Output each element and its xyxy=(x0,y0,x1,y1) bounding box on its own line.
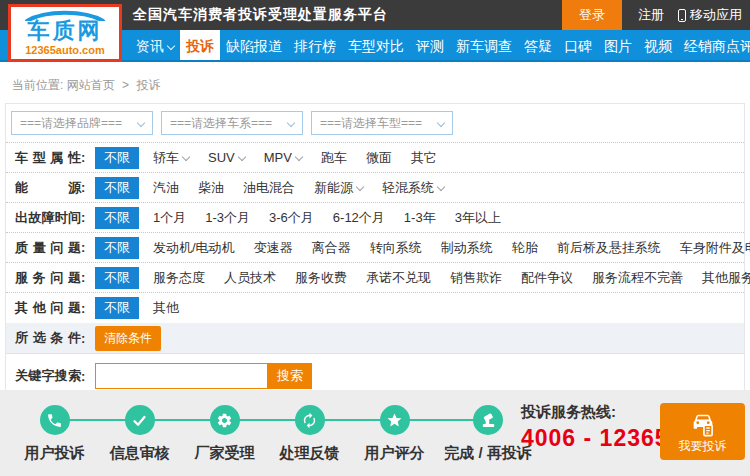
car-complaint-icon xyxy=(689,409,717,437)
process-step-label: 用户评分 xyxy=(365,444,425,463)
filter-option[interactable]: 不限 xyxy=(95,297,139,319)
filter-option[interactable]: 其他服务问题 xyxy=(702,269,750,287)
chevron-down-icon xyxy=(137,119,145,127)
submit-complaint-label: 我要投诉 xyxy=(679,438,727,455)
logo-name: 车质网 xyxy=(28,20,103,42)
login-button[interactable]: 登录 xyxy=(562,0,622,30)
filter-option[interactable]: 跑车 xyxy=(321,149,347,167)
filter-option[interactable]: 轻混系统 xyxy=(382,179,444,197)
filter-option[interactable]: 人员技术 xyxy=(224,269,276,287)
process-step-label: 处理反馈 xyxy=(280,444,340,463)
nav-item[interactable]: 图片 xyxy=(598,30,638,60)
chevron-down-icon xyxy=(356,182,364,190)
nav-item[interactable]: 资讯 xyxy=(130,30,180,60)
keyword-search-input[interactable] xyxy=(95,363,268,389)
nav-item[interactable]: 口碑 xyxy=(558,30,598,60)
filter-option[interactable]: 6-12个月 xyxy=(333,209,385,227)
nav-item[interactable]: 缺陷报道 xyxy=(220,30,288,60)
process-step: 厂家受理 xyxy=(182,405,267,463)
filter-label: 能源: xyxy=(15,179,95,197)
chevron-down-icon xyxy=(287,119,295,127)
chevron-down-icon xyxy=(295,153,303,161)
filter-option[interactable]: 其它 xyxy=(411,149,437,167)
check-icon xyxy=(125,405,155,435)
filter-option[interactable]: 油电混合 xyxy=(243,179,295,197)
filter-option[interactable]: 不限 xyxy=(95,267,139,289)
chevron-down-icon xyxy=(437,182,445,190)
process-step: 信息审核 xyxy=(97,405,182,463)
nav-item[interactable]: 排行榜 xyxy=(288,30,342,60)
nav-item[interactable]: 评测 xyxy=(410,30,450,60)
nav-item[interactable]: 车型对比 xyxy=(342,30,410,60)
filter-option[interactable]: 离合器 xyxy=(312,239,351,257)
filter-panel: ===请选择品牌=== ===请选择车系=== ===请选择车型=== 车型属性… xyxy=(5,103,745,402)
filter-option[interactable]: 不限 xyxy=(95,147,139,169)
series-select[interactable]: ===请选择车系=== xyxy=(161,111,303,135)
filter-option[interactable]: 不限 xyxy=(95,207,139,229)
clear-conditions-button[interactable]: 清除条件 xyxy=(95,326,161,351)
filter-option[interactable]: 车身附件及电器 xyxy=(680,239,750,257)
nav-item[interactable]: 答疑 xyxy=(518,30,558,60)
filter-row: 能源:不限汽油柴油油电混合新能源轻混系统 xyxy=(6,173,744,203)
filter-option[interactable]: 1-3个月 xyxy=(205,209,250,227)
chevron-down-icon xyxy=(237,153,245,161)
brand-select[interactable]: ===请选择品牌=== xyxy=(11,111,153,135)
model-select[interactable]: ===请选择车型=== xyxy=(311,111,453,135)
filter-option[interactable]: 服务流程不完善 xyxy=(592,269,683,287)
filter-option[interactable]: 3年以上 xyxy=(455,209,501,227)
filter-row: 车型属性:不限轿车SUVMPV跑车微面其它 xyxy=(6,143,744,173)
filter-option[interactable]: 发动机/电动机 xyxy=(153,239,235,257)
process-step: 用户评分 xyxy=(352,405,437,463)
filter-option[interactable]: 3-6个月 xyxy=(269,209,314,227)
process-step-label: 信息审核 xyxy=(110,444,170,463)
filter-option[interactable]: 微面 xyxy=(366,149,392,167)
nav-item[interactable]: 经销商点评 xyxy=(678,30,750,60)
nav-item[interactable]: 视频 xyxy=(638,30,678,60)
nav-item[interactable]: 新车调查 xyxy=(450,30,518,60)
filter-option[interactable]: 服务态度 xyxy=(153,269,205,287)
filter-option[interactable]: 轮胎 xyxy=(512,239,538,257)
filter-option[interactable]: 不限 xyxy=(95,237,139,259)
filter-label: 服务问题: xyxy=(15,269,95,287)
filter-option[interactable]: 其他 xyxy=(153,299,179,317)
selected-conditions-row: 所选条件: 清除条件 xyxy=(6,323,744,354)
refresh-icon xyxy=(295,405,325,435)
filter-option[interactable]: 变速器 xyxy=(254,239,293,257)
filter-option[interactable]: 汽油 xyxy=(153,179,179,197)
filter-option[interactable]: 轿车 xyxy=(153,149,189,167)
breadcrumb-prefix: 当前位置: xyxy=(12,78,63,92)
breadcrumb: 当前位置: 网站首页 > 投诉 xyxy=(12,77,750,94)
filter-option[interactable]: 配件争议 xyxy=(521,269,573,287)
filter-option[interactable]: 承诺不兑现 xyxy=(366,269,431,287)
mobile-phone-icon xyxy=(678,9,686,22)
process-step: 处理反馈 xyxy=(267,405,352,463)
phone-icon xyxy=(40,405,70,435)
site-logo[interactable]: 车质网 12365auto.com xyxy=(8,4,122,62)
filter-option[interactable]: 服务收费 xyxy=(295,269,347,287)
filter-option[interactable]: 销售欺诈 xyxy=(450,269,502,287)
filter-option[interactable]: 新能源 xyxy=(314,179,363,197)
filter-option[interactable]: 不限 xyxy=(95,177,139,199)
filter-option[interactable]: 制动系统 xyxy=(441,239,493,257)
nav-item[interactable]: 投诉 xyxy=(180,30,220,60)
filter-option[interactable]: MPV xyxy=(264,150,302,165)
process-footer: 用户投诉信息审核厂家受理处理反馈用户评分完成 / 再投诉 投诉服务热线: 400… xyxy=(0,390,750,476)
filter-label: 车型属性: xyxy=(15,149,95,167)
filter-label: 关键字搜索: xyxy=(15,367,95,385)
filter-option[interactable]: 1个月 xyxy=(153,209,186,227)
register-link[interactable]: 注册 xyxy=(638,6,664,24)
breadcrumb-home-link[interactable]: 网站首页 xyxy=(67,78,115,92)
top-bar-actions: 登录 注册 移动应用 xyxy=(562,0,750,30)
chevron-down-icon xyxy=(167,42,175,50)
filter-option[interactable]: 转向系统 xyxy=(370,239,422,257)
breadcrumb-current: 投诉 xyxy=(136,78,160,92)
process-step: 用户投诉 xyxy=(12,405,97,463)
filter-option[interactable]: 1-3年 xyxy=(404,209,436,227)
filter-row: 服务问题:不限服务态度人员技术服务收费承诺不兑现销售欺诈配件争议服务流程不完善其… xyxy=(6,263,744,293)
mobile-app-link[interactable]: 移动应用 xyxy=(678,6,742,24)
submit-complaint-button[interactable]: 我要投诉 xyxy=(660,403,745,460)
filter-option[interactable]: 前后桥及悬挂系统 xyxy=(557,239,661,257)
search-button[interactable]: 搜索 xyxy=(268,363,312,389)
filter-option[interactable]: SUV xyxy=(208,150,245,165)
filter-option[interactable]: 柴油 xyxy=(198,179,224,197)
